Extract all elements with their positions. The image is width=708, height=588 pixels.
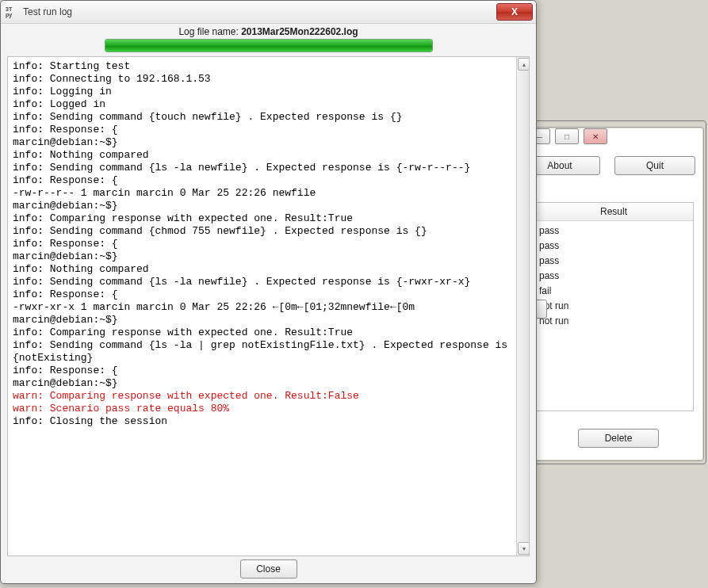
log-line: info: Response: { [13,174,118,186]
log-line: info: Comparing response with expected o… [13,326,353,338]
progress-bar [105,39,433,52]
log-line: warn: Scenario pass rate equals 80% [13,403,229,414]
maximize-button[interactable]: □ [555,128,579,144]
app-icon: 3T py [6,6,18,18]
result-header: Result [534,203,693,221]
log-line: info: Response: { [13,365,118,376]
log-line: info: Sending command {ls -la newfile} .… [13,162,470,174]
log-line: info: Logging in [13,86,112,97]
background-titlebar-controls: — □ ✕ [523,125,707,147]
result-panel: Result passpasspasspassfailnot runnot ru… [534,202,694,411]
delete-button[interactable]: Delete [578,429,659,448]
log-file-name: 2013Mar25Mon222602.log [241,26,358,37]
result-row[interactable]: fail [539,284,688,299]
dialog-bottom-bar: Close [1,558,536,580]
log-file-label: Log file name: 2013Mar25Mon222602.log [7,25,530,39]
log-line: info: Sending command {chmod 755 newfile… [13,225,427,237]
log-text: info: Starting test info: Connecting to … [13,60,512,428]
log-line: warn: Comparing response with expected o… [13,390,359,402]
log-line: -rwxr-xr-x 1 marcin marcin 0 Mar 25 22:2… [13,301,415,313]
log-line: info: Nothing compared [13,263,149,275]
dialog-title: Test run log [23,6,492,17]
log-line: info: Starting test [13,60,130,72]
log-line: info: Response: { [13,238,118,250]
vertical-scrollbar[interactable]: ▴ ▾ [516,57,529,556]
app-icon-top: 3T [6,6,18,12]
log-line: info: Comparing response with expected o… [13,212,353,224]
log-line: marcin@debian:~$} [13,314,118,326]
log-box: info: Starting test info: Connecting to … [7,56,530,556]
log-line: info: Logged in [13,98,105,110]
log-line: info: Sending command {ls -la newfile} .… [13,276,470,288]
progress-bar-fill [105,40,432,52]
result-row[interactable]: pass [539,239,688,254]
log-scroll-area[interactable]: info: Starting test info: Connecting to … [8,57,517,556]
log-line: marcin@debian:~$} [13,377,118,389]
dialog-body: Log file name: 2013Mar25Mon222602.log in… [7,25,530,556]
log-file-label-text: Log file name: [178,26,241,37]
log-line: info: Response: { [13,288,118,300]
result-row[interactable]: pass [539,269,688,284]
log-line: -rw-r--r-- 1 marcin marcin 0 Mar 25 22:2… [13,187,316,199]
result-row[interactable]: not run [539,299,688,314]
log-line: info: Sending command {ls -la | grep not… [13,339,514,364]
scroll-up-button[interactable]: ▴ [518,58,530,71]
result-row[interactable]: pass [539,223,688,239]
result-row[interactable]: not run [539,314,688,329]
log-line: info: Sending command {touch newfile} . … [13,111,402,123]
result-row[interactable]: pass [539,254,688,269]
log-line: marcin@debian:~$} [13,250,118,262]
quit-button[interactable]: Quit [614,156,695,175]
log-line: info: Connecting to 192.168.1.53 [13,73,211,85]
log-line: info: Nothing compared [13,149,149,161]
test-run-log-dialog: 3T py Test run log X Log file name: 2013… [0,0,537,584]
scroll-down-button[interactable]: ▾ [518,542,530,555]
log-line: info: Closing the session [13,415,167,427]
log-line: info: Response: { [13,124,118,136]
dialog-titlebar: 3T py Test run log X [1,1,536,24]
log-line: marcin@debian:~$} [13,136,118,148]
close-button[interactable]: Close [240,559,297,578]
background-toolbar: About Quit [519,156,695,175]
result-list: passpasspasspassfailnot runnot run [534,221,693,331]
app-icon-bottom: py [6,12,18,17]
log-line: marcin@debian:~$} [13,200,118,212]
dialog-close-button[interactable]: X [496,3,533,21]
background-close-button[interactable]: ✕ [584,128,607,144]
